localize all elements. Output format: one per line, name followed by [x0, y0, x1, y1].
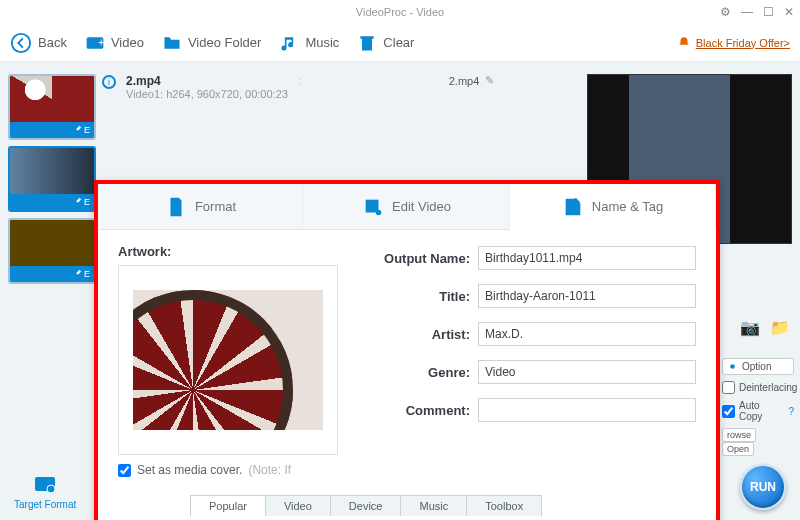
wrench-icon — [72, 269, 82, 279]
close-button[interactable]: ✕ — [784, 5, 794, 19]
svg-point-0 — [12, 33, 30, 51]
set-cover-checkbox[interactable] — [118, 464, 131, 477]
thumb-image — [10, 76, 94, 122]
pencil-icon[interactable]: ✎ — [485, 74, 494, 87]
add-video-label: Video — [111, 35, 144, 50]
window-title: VideoProc - Video — [356, 6, 444, 18]
comment-field[interactable] — [478, 398, 696, 422]
tab-popular[interactable]: Popular — [190, 495, 266, 516]
maximize-button[interactable]: ☐ — [763, 5, 774, 19]
artwork-label: Artwork: — [118, 244, 338, 259]
thumb-image — [10, 148, 94, 194]
deinterlacing-checkbox[interactable]: Deinterlacing? — [722, 381, 794, 394]
clip-thumb[interactable]: E — [8, 74, 96, 140]
target-format-icon — [30, 473, 60, 497]
artist-field[interactable] — [478, 322, 696, 346]
svg-text:+: + — [98, 37, 104, 48]
tab-format[interactable]: Format — [98, 184, 304, 229]
format-category-tabs: Popular Video Device Music Toolbox — [190, 495, 541, 516]
target-format-button[interactable]: Target Format — [14, 473, 76, 510]
tab-video[interactable]: Video — [265, 495, 331, 516]
genre-field[interactable] — [478, 360, 696, 384]
tab-device[interactable]: Device — [330, 495, 402, 516]
title-field[interactable] — [478, 284, 696, 308]
tab-toolbox[interactable]: Toolbox — [466, 495, 542, 516]
bell-icon — [677, 36, 691, 50]
codec-option-button[interactable]: Option — [722, 358, 794, 375]
main-toolbar: Back + Video Video Folder Music Clear Bl… — [0, 24, 800, 62]
metadata-panel: Format Edit Video Name & Tag Artwork: Se… — [94, 180, 720, 520]
title-label: Title: — [352, 289, 470, 304]
scissors-icon — [362, 196, 384, 218]
panel-tabs: Format Edit Video Name & Tag — [98, 184, 716, 230]
artwork-preview[interactable] — [118, 265, 338, 455]
titlebar: VideoProc - Video ⚙ — ☐ ✕ — [0, 0, 800, 24]
wrench-icon — [72, 125, 82, 135]
output-file-name: 2.mp4 ✎ — [449, 74, 495, 87]
minimize-button[interactable]: — — [741, 5, 753, 19]
tab-name-tag[interactable]: Name & Tag — [510, 185, 716, 230]
file-name: 2.mp4 — [126, 74, 161, 88]
gear-icon — [727, 361, 738, 372]
right-options: Option Deinterlacing? Auto Copy? rowse O… — [722, 358, 794, 456]
clear-button[interactable]: Clear — [357, 33, 414, 53]
add-folder-label: Video Folder — [188, 35, 261, 50]
add-folder-button[interactable]: Video Folder — [162, 33, 261, 53]
auto-copy-checkbox[interactable]: Auto Copy? — [722, 400, 794, 422]
add-music-button[interactable]: Music — [279, 33, 339, 53]
clear-label: Clear — [383, 35, 414, 50]
comment-label: Comment: — [352, 403, 470, 418]
tag-pencil-icon — [562, 196, 584, 218]
svg-point-4 — [376, 209, 382, 215]
settings-icon[interactable]: ⚙ — [720, 5, 731, 19]
open-folder-icon[interactable]: 📁 — [770, 318, 790, 337]
svg-point-6 — [47, 485, 55, 493]
promo-link[interactable]: Black Friday Offer> — [677, 36, 790, 50]
genre-label: Genre: — [352, 365, 470, 380]
snapshot-icon[interactable]: 📷 — [740, 318, 760, 337]
output-name-label: Output Name: — [352, 251, 470, 266]
add-music-label: Music — [305, 35, 339, 50]
back-button[interactable]: Back — [10, 32, 67, 54]
back-label: Back — [38, 35, 67, 50]
info-icon[interactable]: i — [102, 75, 116, 89]
set-cover-label: Set as media cover. — [137, 463, 242, 477]
tab-music[interactable]: Music — [400, 495, 467, 516]
promo-label: Black Friday Offer> — [696, 37, 790, 49]
output-name-field[interactable] — [478, 246, 696, 270]
svg-point-3 — [730, 364, 735, 369]
run-button[interactable]: RUN — [740, 464, 786, 510]
clip-thumb[interactable]: E — [8, 218, 96, 284]
open-button[interactable]: Open — [722, 442, 754, 456]
thumb-image — [10, 220, 94, 266]
wrench-icon — [72, 197, 82, 207]
file-meta: Video1: h264, 960x720, 00:00:23 — [126, 88, 288, 100]
add-video-button[interactable]: + Video — [85, 33, 144, 53]
browse-button[interactable]: rowse — [722, 428, 756, 442]
clip-sidebar: E E E — [8, 74, 96, 290]
clip-thumb[interactable]: E — [8, 146, 96, 212]
tab-edit-video[interactable]: Edit Video — [304, 184, 510, 229]
file-icon — [165, 196, 187, 218]
artist-label: Artist: — [352, 327, 470, 342]
artwork-image — [133, 290, 293, 430]
